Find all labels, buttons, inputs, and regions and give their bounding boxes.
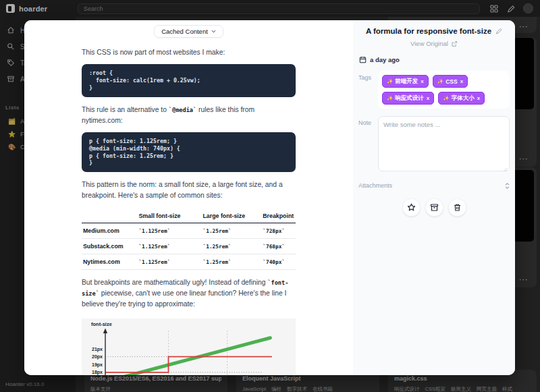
external-link-icon [451,40,458,47]
tag-pill[interactable]: ✨响应式设计x [382,92,434,105]
tag-pill[interactable]: ✨字体大小x [438,92,485,105]
chevrons-up-down-icon [505,183,510,189]
svg-text:18px: 18px [92,370,103,375]
cached-content-dropdown[interactable]: Cached Content [154,25,223,38]
code-block-media-query: p { font-size: 1.125rem; } @media (min-w… [82,132,296,173]
table-row: Substack.com`1.125rem``1.25rem``768px` [82,239,296,254]
tags-label: Tags [358,71,375,109]
article-figure: font-size21px20px19px18px17px16px [82,318,296,375]
favourite-button[interactable] [402,198,421,217]
sparkles-icon: ✨ [387,95,393,101]
svg-text:19px: 19px [92,362,103,368]
svg-text:font-size: font-size [91,321,112,327]
sparkles-icon: ✨ [437,78,443,84]
bookmark-details-pane: A formula for responsive font-size View … [353,20,515,375]
table-header-row: Small font-sizeLarge font-sizeBreakpoint [82,210,296,223]
note-section: Note [358,116,510,174]
page-title: A formula for responsive font-size [358,27,510,35]
tag-label: 前端开发 [395,78,418,86]
delete-button[interactable] [448,198,466,217]
inline-code: `@media` [169,107,196,113]
code-block-root-fontsize: :root { font-size: calc(1rem + 0.25vw); … [82,64,296,97]
created-date: a day ago [359,56,510,63]
sparkles-icon: ✨ [443,95,449,101]
edit-title-icon[interactable] [495,28,502,34]
remove-tag-icon[interactable]: x [460,78,463,84]
cached-content-pane: Cached Content This CSS is now part of m… [24,20,353,375]
article-paragraph: But breakpoints are mathematically ugly!… [82,277,296,310]
bookmark-actions [358,198,510,217]
sparkles-icon: ✨ [387,78,393,84]
tag-label: 字体大小 [452,94,475,103]
table-row: Medium.com`1.125rem``1.25rem``728px` [82,223,296,239]
cached-content-label: Cached Content [161,28,208,35]
svg-text:20px: 20px [92,354,103,360]
calendar-icon [359,56,367,63]
trash-icon [453,203,462,212]
chevron-down-icon [211,30,216,33]
archive-box-icon [430,203,439,212]
remove-tag-icon[interactable]: x [477,95,480,101]
tag-label: 响应式设计 [395,94,424,103]
article-paragraph: This CSS is now part of most websites I … [82,47,296,58]
article-paragraph: This rule is an alternative to `@media` … [82,105,296,126]
bookmark-preview-modal: Cached Content This CSS is now part of m… [24,20,515,375]
tag-pill[interactable]: ✨前端开发x [382,75,429,88]
remove-tag-icon[interactable]: x [427,95,429,101]
article-body: This CSS is now part of most websites I … [82,47,296,375]
tag-pill-list: ✨前端开发x✨CSSx✨响应式设计x✨字体大小x [378,71,510,109]
attachments-label: Attachments [358,182,392,189]
remove-tag-icon[interactable]: x [421,78,423,84]
archive-button[interactable] [425,198,443,217]
tag-label: CSS [446,78,457,85]
tag-pill[interactable]: ✨CSSx [433,75,468,88]
table-row: Nytimes.com`1.125rem``1.25rem``740px` [82,254,296,270]
note-input[interactable] [378,116,510,171]
article-paragraph: This pattern is the norm: a small font s… [82,179,296,201]
note-label: Note [358,116,375,174]
svg-text:21px: 21px [92,347,103,352]
figure-svg: font-size21px20px19px18px17px16px [82,318,296,375]
attachments-toggle[interactable]: Attachments [358,182,510,189]
view-original-link[interactable]: View Original [358,40,510,47]
tags-section: Tags ✨前端开发x✨CSSx✨响应式设计x✨字体大小x [358,71,510,109]
star-icon [407,203,416,212]
font-size-table: Small font-sizeLarge font-sizeBreakpoint… [82,210,296,270]
resize-grip-icon[interactable] [503,167,508,172]
